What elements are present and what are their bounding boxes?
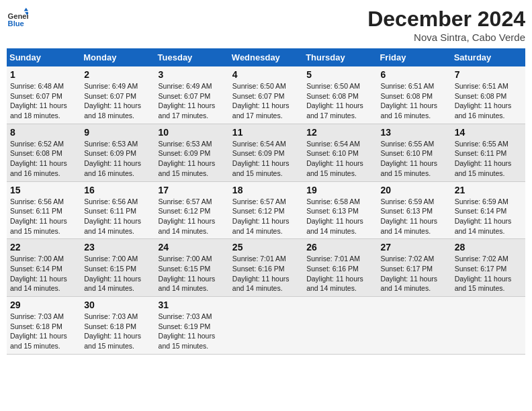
calendar-week-row: 22Sunrise: 7:00 AMSunset: 6:14 PMDayligh… <box>7 239 525 297</box>
day-detail: Sunrise: 6:50 AMSunset: 6:08 PMDaylight:… <box>306 81 373 121</box>
page-header: General Blue December 2024 Nova Sintra, … <box>7 7 525 43</box>
day-number: 30 <box>84 300 151 310</box>
day-detail: Sunrise: 6:57 AMSunset: 6:12 PMDaylight:… <box>232 197 300 236</box>
day-number: 10 <box>159 127 226 138</box>
calendar-cell: 27Sunrise: 7:02 AMSunset: 6:17 PMDayligh… <box>377 239 451 297</box>
day-detail: Sunrise: 6:53 AMSunset: 6:09 PMDaylight:… <box>159 139 226 179</box>
day-number: 1 <box>10 69 77 80</box>
day-number: 15 <box>10 185 77 195</box>
day-detail: Sunrise: 7:03 AMSunset: 6:18 PMDaylight:… <box>10 312 77 351</box>
calendar-cell <box>451 297 525 355</box>
day-number: 9 <box>84 127 151 138</box>
day-number: 27 <box>380 242 447 253</box>
calendar-cell: 2Sunrise: 6:49 AMSunset: 6:07 PMDaylight… <box>81 66 154 124</box>
calendar-week-row: 8Sunrise: 6:52 AMSunset: 6:08 PMDaylight… <box>7 124 525 181</box>
day-detail: Sunrise: 6:52 AMSunset: 6:08 PMDaylight:… <box>10 139 77 179</box>
calendar-cell: 6Sunrise: 6:51 AMSunset: 6:08 PMDaylight… <box>377 66 451 124</box>
calendar-week-row: 15Sunrise: 6:56 AMSunset: 6:11 PMDayligh… <box>7 181 525 239</box>
calendar-cell: 31Sunrise: 7:03 AMSunset: 6:19 PMDayligh… <box>155 297 229 355</box>
day-number: 17 <box>159 185 226 195</box>
calendar-cell: 11Sunrise: 6:54 AMSunset: 6:09 PMDayligh… <box>229 124 303 181</box>
calendar-cell <box>229 297 303 355</box>
day-detail: Sunrise: 7:00 AMSunset: 6:14 PMDaylight:… <box>10 254 77 293</box>
day-number: 25 <box>232 242 300 253</box>
day-detail: Sunrise: 6:59 AMSunset: 6:14 PMDaylight:… <box>455 197 522 236</box>
calendar-week-row: 29Sunrise: 7:03 AMSunset: 6:18 PMDayligh… <box>7 297 525 355</box>
day-number: 29 <box>10 300 77 310</box>
day-detail: Sunrise: 6:56 AMSunset: 6:11 PMDaylight:… <box>84 197 151 236</box>
calendar-header: SundayMondayTuesdayWednesdayThursdayFrid… <box>7 48 525 66</box>
day-detail: Sunrise: 7:00 AMSunset: 6:15 PMDaylight:… <box>159 254 226 293</box>
day-number: 28 <box>455 242 522 253</box>
calendar-cell: 1Sunrise: 6:48 AMSunset: 6:07 PMDaylight… <box>7 66 81 124</box>
day-number: 20 <box>380 185 447 195</box>
weekday-header: Thursday <box>303 48 377 66</box>
day-detail: Sunrise: 7:00 AMSunset: 6:15 PMDaylight:… <box>84 254 151 293</box>
calendar-cell: 17Sunrise: 6:57 AMSunset: 6:12 PMDayligh… <box>155 181 229 239</box>
day-number: 2 <box>84 69 151 80</box>
weekday-header: Wednesday <box>229 48 303 66</box>
day-detail: Sunrise: 7:02 AMSunset: 6:17 PMDaylight:… <box>380 254 447 293</box>
day-number: 14 <box>455 127 522 138</box>
day-number: 23 <box>84 242 151 253</box>
day-detail: Sunrise: 6:55 AMSunset: 6:11 PMDaylight:… <box>455 139 522 179</box>
day-detail: Sunrise: 6:50 AMSunset: 6:07 PMDaylight:… <box>232 81 300 121</box>
day-number: 21 <box>455 185 522 195</box>
calendar-cell <box>377 297 451 355</box>
calendar-cell: 3Sunrise: 6:49 AMSunset: 6:07 PMDaylight… <box>155 66 229 124</box>
calendar-cell: 12Sunrise: 6:54 AMSunset: 6:10 PMDayligh… <box>303 124 377 181</box>
calendar-cell: 18Sunrise: 6:57 AMSunset: 6:12 PMDayligh… <box>229 181 303 239</box>
svg-text:General: General <box>8 12 28 20</box>
calendar-cell: 10Sunrise: 6:53 AMSunset: 6:09 PMDayligh… <box>155 124 229 181</box>
day-number: 7 <box>455 69 522 80</box>
day-detail: Sunrise: 6:56 AMSunset: 6:11 PMDaylight:… <box>10 197 77 236</box>
calendar-cell: 26Sunrise: 7:01 AMSunset: 6:16 PMDayligh… <box>303 239 377 297</box>
calendar-cell: 22Sunrise: 7:00 AMSunset: 6:14 PMDayligh… <box>7 239 81 297</box>
calendar-week-row: 1Sunrise: 6:48 AMSunset: 6:07 PMDaylight… <box>7 66 525 124</box>
day-number: 16 <box>84 185 151 195</box>
day-detail: Sunrise: 6:54 AMSunset: 6:09 PMDaylight:… <box>232 139 300 179</box>
calendar-cell: 8Sunrise: 6:52 AMSunset: 6:08 PMDaylight… <box>7 124 81 181</box>
month-year: December 2024 <box>367 7 525 32</box>
day-number: 5 <box>306 69 373 80</box>
day-number: 22 <box>10 242 77 253</box>
day-number: 18 <box>232 185 300 195</box>
weekday-header: Tuesday <box>155 48 229 66</box>
logo: General Blue <box>7 7 31 28</box>
calendar-table: SundayMondayTuesdayWednesdayThursdayFrid… <box>7 48 525 355</box>
calendar-cell: 13Sunrise: 6:55 AMSunset: 6:10 PMDayligh… <box>377 124 451 181</box>
calendar-cell: 23Sunrise: 7:00 AMSunset: 6:15 PMDayligh… <box>81 239 154 297</box>
day-number: 13 <box>380 127 447 138</box>
day-number: 26 <box>306 242 373 253</box>
calendar-cell: 4Sunrise: 6:50 AMSunset: 6:07 PMDaylight… <box>229 66 303 124</box>
calendar-cell: 25Sunrise: 7:01 AMSunset: 6:16 PMDayligh… <box>229 239 303 297</box>
day-detail: Sunrise: 6:55 AMSunset: 6:10 PMDaylight:… <box>380 139 447 179</box>
svg-text:Blue: Blue <box>8 19 24 28</box>
calendar-cell: 9Sunrise: 6:53 AMSunset: 6:09 PMDaylight… <box>81 124 154 181</box>
calendar-cell: 21Sunrise: 6:59 AMSunset: 6:14 PMDayligh… <box>451 181 525 239</box>
day-detail: Sunrise: 6:58 AMSunset: 6:13 PMDaylight:… <box>306 197 373 236</box>
day-detail: Sunrise: 6:51 AMSunset: 6:08 PMDaylight:… <box>380 81 447 121</box>
weekday-header: Friday <box>377 48 451 66</box>
day-number: 19 <box>306 185 373 195</box>
calendar-cell: 20Sunrise: 6:59 AMSunset: 6:13 PMDayligh… <box>377 181 451 239</box>
day-detail: Sunrise: 6:57 AMSunset: 6:12 PMDaylight:… <box>159 197 226 236</box>
calendar-cell: 16Sunrise: 6:56 AMSunset: 6:11 PMDayligh… <box>81 181 154 239</box>
weekday-header: Sunday <box>7 48 81 66</box>
day-detail: Sunrise: 7:03 AMSunset: 6:18 PMDaylight:… <box>84 312 151 351</box>
calendar-cell: 24Sunrise: 7:00 AMSunset: 6:15 PMDayligh… <box>155 239 229 297</box>
calendar-cell: 19Sunrise: 6:58 AMSunset: 6:13 PMDayligh… <box>303 181 377 239</box>
day-detail: Sunrise: 6:48 AMSunset: 6:07 PMDaylight:… <box>10 81 77 121</box>
day-detail: Sunrise: 7:02 AMSunset: 6:17 PMDaylight:… <box>455 254 522 293</box>
calendar-cell: 29Sunrise: 7:03 AMSunset: 6:18 PMDayligh… <box>7 297 81 355</box>
calendar-cell: 5Sunrise: 6:50 AMSunset: 6:08 PMDaylight… <box>303 66 377 124</box>
day-detail: Sunrise: 7:01 AMSunset: 6:16 PMDaylight:… <box>232 254 300 293</box>
day-number: 12 <box>306 127 373 138</box>
day-number: 24 <box>159 242 226 253</box>
day-detail: Sunrise: 6:59 AMSunset: 6:13 PMDaylight:… <box>380 197 447 236</box>
day-detail: Sunrise: 7:01 AMSunset: 6:16 PMDaylight:… <box>306 254 373 293</box>
day-number: 3 <box>159 69 226 80</box>
day-detail: Sunrise: 6:54 AMSunset: 6:10 PMDaylight:… <box>306 139 373 179</box>
day-detail: Sunrise: 7:03 AMSunset: 6:19 PMDaylight:… <box>159 312 226 351</box>
weekday-header: Monday <box>81 48 154 66</box>
